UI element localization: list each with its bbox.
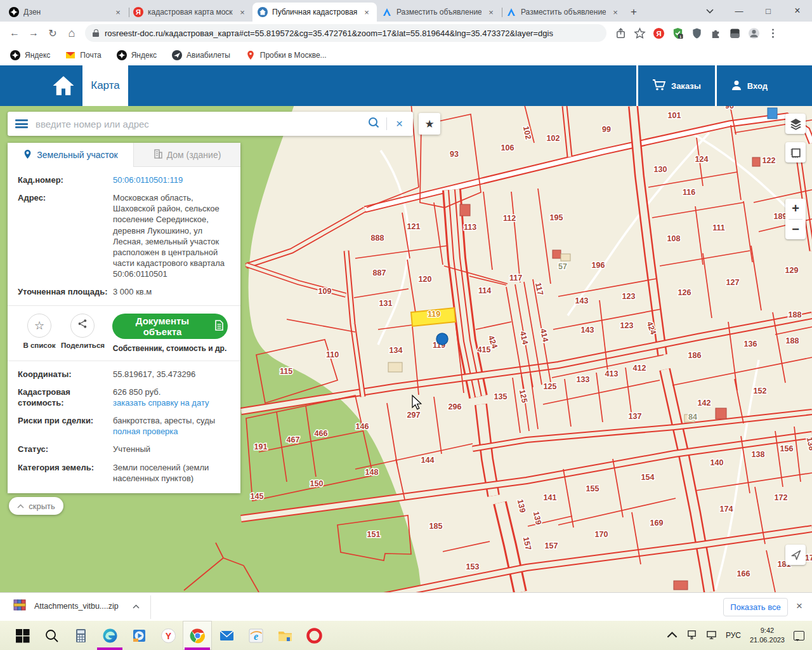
forward-icon[interactable]: → xyxy=(24,27,43,39)
field-link[interactable]: полная проверка xyxy=(113,426,230,437)
tray-expand-icon[interactable] xyxy=(667,629,678,642)
taskbar-calculator-icon[interactable] xyxy=(66,621,95,650)
field-value[interactable]: 50:06:0110501:119 xyxy=(113,175,230,185)
field-value: 626 850 руб.заказать справку на дату xyxy=(113,387,230,408)
network-icon[interactable] xyxy=(706,629,717,642)
field-link[interactable]: заказать справку на дату xyxy=(113,397,230,408)
parcel-number: 131 xyxy=(379,299,393,308)
yandex-ext-icon[interactable]: Я xyxy=(651,25,666,41)
winrar-icon xyxy=(13,598,27,614)
chevron-up-icon[interactable] xyxy=(133,602,140,610)
tab-search-icon[interactable] xyxy=(695,6,724,16)
star-icon[interactable] xyxy=(632,25,647,41)
home-nav-button[interactable] xyxy=(48,65,79,106)
parcel-number: 125 xyxy=(544,382,557,391)
layers-button[interactable] xyxy=(785,114,806,134)
taskbar-media-player-icon[interactable] xyxy=(124,621,154,650)
close-download-bar-icon[interactable]: × xyxy=(796,600,802,613)
selected-parcel-number: 119 xyxy=(428,310,440,319)
measure-button[interactable] xyxy=(785,142,806,162)
taskbar-opera-icon[interactable] xyxy=(299,621,329,650)
parcel-number: 195 xyxy=(550,213,563,222)
orders-button[interactable]: Заказы xyxy=(638,65,715,106)
browser-tab-strip: Дзен×Якадастровая карта моско×Публичная … xyxy=(0,0,812,22)
favorites-button[interactable]: ★ xyxy=(419,113,440,135)
share-icon[interactable] xyxy=(613,25,628,41)
adblock-icon[interactable] xyxy=(727,25,742,41)
shield-check-icon[interactable]: 1 xyxy=(670,25,685,41)
bookmark-item[interactable]: Пробки в Москве... xyxy=(246,50,327,60)
parcel-number: 137 xyxy=(629,412,642,421)
new-tab-button[interactable]: + xyxy=(631,6,637,18)
parcel-number: 17 xyxy=(805,554,812,562)
browser-tab[interactable]: Дзен× xyxy=(4,3,128,22)
taskbar-chrome-icon[interactable] xyxy=(183,621,212,650)
taskbar-search-icon[interactable] xyxy=(37,621,66,650)
tab-close-icon[interactable]: × xyxy=(486,8,496,17)
search-icon[interactable] xyxy=(367,116,380,131)
tab-close-icon[interactable]: × xyxy=(362,8,372,17)
browser-tab[interactable]: Публичная кадастровая× xyxy=(252,3,377,22)
language-indicator[interactable]: РУС xyxy=(726,631,741,640)
taskbar-yandex-browser-icon[interactable]: Y xyxy=(154,621,183,650)
browser-tab[interactable]: Разместить объявление× xyxy=(501,3,625,22)
hide-panel-button[interactable]: скрыть xyxy=(9,497,63,515)
taskbar-file-explorer-icon[interactable] xyxy=(270,621,299,650)
taskbar-mail-icon[interactable] xyxy=(212,621,241,650)
browser-tab[interactable]: Якадастровая карта моско× xyxy=(128,3,252,22)
search-input[interactable] xyxy=(34,118,361,130)
parcel-number: 196 xyxy=(592,261,605,270)
puzzle-icon[interactable] xyxy=(708,25,723,41)
parcel-number: 188 xyxy=(789,310,802,319)
download-item[interactable]: Attachments_vitbu....zip xyxy=(13,598,140,614)
map-marker[interactable] xyxy=(436,333,448,345)
parcel-number: 296 xyxy=(449,402,462,411)
address-bar[interactable]: rosreestr-doc.ru/кадастровая_карта#ct=55… xyxy=(85,24,606,42)
zoom-in-button[interactable]: + xyxy=(785,199,806,219)
home-icon[interactable]: ⌂ xyxy=(62,27,81,40)
field-label: Кад.номер: xyxy=(18,175,113,185)
tab-close-icon[interactable]: × xyxy=(113,8,123,17)
parcel-number: 150 xyxy=(310,479,324,488)
bookmark-item[interactable]: Яндекс xyxy=(10,50,50,60)
parcel-number: 57 xyxy=(558,262,567,271)
bookmark-item[interactable]: Авиабилеты xyxy=(172,50,230,60)
tab-building[interactable]: Дом (здание) xyxy=(133,143,240,167)
browser-tab[interactable]: Разместить объявление× xyxy=(377,3,501,22)
tab-close-icon[interactable]: × xyxy=(237,8,247,17)
reload-icon[interactable]: ↻ xyxy=(43,27,62,39)
bookmark-item[interactable]: Яндекс xyxy=(117,50,157,60)
field-label: Категория земель: xyxy=(18,462,113,484)
parcel-number: 153 xyxy=(466,562,480,571)
tab-title: Разместить объявление xyxy=(396,8,481,17)
back-icon[interactable]: ← xyxy=(5,27,24,39)
notifications-icon[interactable] xyxy=(794,631,804,640)
tab-close-icon[interactable]: × xyxy=(610,8,620,17)
cast-icon[interactable] xyxy=(686,629,697,642)
clock[interactable]: 9:42 21.06.2023 xyxy=(750,626,785,645)
taskbar-edge-icon[interactable] xyxy=(95,621,124,650)
close-window-button[interactable]: × xyxy=(783,5,812,17)
clear-search-icon[interactable]: × xyxy=(393,117,405,131)
bookmark-item[interactable]: Почта xyxy=(65,50,101,60)
menu-icon[interactable] xyxy=(15,119,28,128)
menu-dots-icon[interactable] xyxy=(765,25,780,41)
show-all-downloads-button[interactable]: Показать все xyxy=(723,598,788,616)
locate-button[interactable] xyxy=(785,545,806,565)
login-button[interactable]: Вход xyxy=(717,65,812,106)
object-documents-button[interactable]: Документы объекта xyxy=(112,314,228,339)
dzen-icon xyxy=(9,7,19,17)
parcel-number: 110 xyxy=(326,350,339,359)
taskbar-internet-explorer-icon[interactable]: e xyxy=(241,621,270,650)
zoom-out-button[interactable]: − xyxy=(785,219,806,239)
minimize-button[interactable]: — xyxy=(724,6,754,16)
avatar-icon[interactable] xyxy=(746,25,761,41)
parcel-number: 106 xyxy=(501,143,514,152)
tab-map[interactable]: Карта xyxy=(82,65,128,106)
taskbar-start-icon[interactable] xyxy=(8,621,37,650)
add-to-list-button[interactable]: ☆ В список xyxy=(18,314,61,349)
shield-dark-icon[interactable] xyxy=(689,25,704,41)
tab-land-parcel[interactable]: Земельный участок xyxy=(8,143,133,167)
share-button[interactable]: Поделиться xyxy=(61,314,104,349)
maximize-button[interactable]: □ xyxy=(754,6,783,16)
